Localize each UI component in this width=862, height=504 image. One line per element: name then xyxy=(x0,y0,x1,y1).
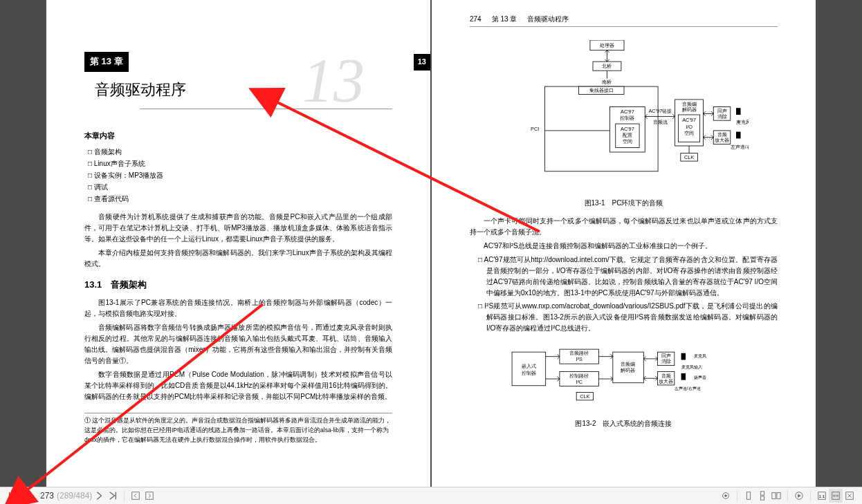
paragraph: 图13-1展示了PC兼容系统的音频连接情况。南桥上的音频控制器与外部编解码器（c… xyxy=(84,297,392,319)
first-page-button[interactable] xyxy=(6,489,19,503)
svg-text:解码器: 解码器 xyxy=(681,106,696,113)
sidebar-collapse-button[interactable] xyxy=(129,489,143,503)
svg-rect-78 xyxy=(132,492,140,500)
svg-text:音频路径: 音频路径 xyxy=(569,350,589,356)
page-number-input[interactable] xyxy=(33,491,54,501)
svg-text:麦克风输入: 麦克风输入 xyxy=(681,364,701,369)
toc-item: 查看源代码 xyxy=(88,193,392,205)
chapter-badge: 13 xyxy=(414,54,430,71)
svg-text:音频流: 音频流 xyxy=(652,119,667,125)
fit-width-button[interactable] xyxy=(829,489,843,503)
toc-heading: 本章内容 xyxy=(84,130,392,142)
actual-size-button[interactable]: 1:1 xyxy=(815,489,829,503)
svg-text:解码器: 解码器 xyxy=(621,367,635,373)
play-slideshow-button[interactable] xyxy=(792,489,806,503)
chapter-title: 音频驱动程序 xyxy=(95,77,186,102)
two-page-button[interactable] xyxy=(769,489,783,503)
toc-item: 音频架构 xyxy=(88,146,392,158)
svg-text:AC'97链接: AC'97链接 xyxy=(648,108,672,114)
svg-text:控制器: 控制器 xyxy=(521,369,535,375)
svg-rect-43 xyxy=(735,132,740,139)
svg-text:左声道/右声道: 左声道/右声道 xyxy=(674,386,700,391)
header-chapter: 第 13 章 xyxy=(492,14,517,25)
svg-text:I²C: I²C xyxy=(576,378,583,384)
svg-text:麦克风输入: 麦克风输入 xyxy=(735,120,748,125)
page-right: 274 第 13 章 音频驱动程序 处理器 北桥 南桥 集线器接口 xyxy=(432,0,816,487)
svg-rect-86 xyxy=(777,493,780,499)
svg-text:CLK: CLK xyxy=(684,154,693,160)
svg-text:麦克风: 麦克风 xyxy=(694,353,706,358)
read-mode-button[interactable] xyxy=(719,489,733,503)
paragraph: 音频编解码器将数字音频信号转换成扬声器播放所需的模拟声音信号，而通过麦克风录音时… xyxy=(84,322,392,366)
toc-item: 设备实例：MP3播放器 xyxy=(88,169,392,181)
svg-rect-79 xyxy=(146,492,154,500)
svg-text:I/O: I/O xyxy=(686,124,693,130)
svg-text:集线器接口: 集线器接口 xyxy=(589,87,613,93)
svg-point-81 xyxy=(724,494,727,497)
separator xyxy=(787,490,788,501)
paragraph: 数字音频数据是通过用PCM（Pulse Code Modulation，脉冲编码… xyxy=(84,369,392,402)
svg-text:嵌入式: 嵌入式 xyxy=(521,363,535,369)
svg-text:处理器: 处理器 xyxy=(599,42,614,48)
svg-text:消除: 消除 xyxy=(717,113,726,120)
svg-text:放大器: 放大器 xyxy=(715,137,729,143)
next-page-button[interactable] xyxy=(92,489,106,503)
list-item: I²S规范可从www.nxp.com/acrobat_download/vari… xyxy=(470,301,778,334)
toc-item: 调试 xyxy=(88,181,392,193)
bullet-list: AC'97规范可从http://download.intel.com/下载。它规… xyxy=(470,254,778,334)
svg-text:空间: 空间 xyxy=(684,130,694,136)
paragraph: 本章介绍内核是如何支持音频控制器和编解码器的。我们来学习Linux声音子系统的架… xyxy=(84,248,392,270)
page-left: 13 13 第 13 章 音频驱动程序 本章内容 音频架构 Linux声音子系统… xyxy=(46,0,430,487)
svg-text:PCI: PCI xyxy=(530,126,538,132)
svg-text:消除: 消除 xyxy=(661,358,670,364)
continuous-page-button[interactable] xyxy=(755,489,769,503)
diagram-2: 嵌入式 控制器 音频路径 I²S 控制路径 I²C 音频编 解码器 CLK xyxy=(506,341,742,411)
svg-text:控制路径: 控制路径 xyxy=(569,372,589,378)
toc-item: Linux声音子系统 xyxy=(88,158,392,169)
chapter-header: 13 第 13 章 音频驱动程序 xyxy=(84,52,392,109)
separator xyxy=(810,490,811,501)
list-item: AC'97规范可从http://download.intel.com/下载。它规… xyxy=(470,254,778,299)
section-heading: 13.1 音频架构 xyxy=(84,278,392,292)
svg-text:音频编: 音频编 xyxy=(621,360,635,366)
separator xyxy=(124,490,125,501)
header-title: 音频驱动程序 xyxy=(527,14,569,25)
svg-rect-75 xyxy=(681,373,685,380)
svg-rect-84 xyxy=(760,496,764,500)
svg-rect-85 xyxy=(772,493,776,499)
page-total-label: (289/484) xyxy=(57,491,92,501)
figure-caption-1: 图13-1 PC环境下的音频 xyxy=(470,198,778,209)
paragraph: 音频硬件为计算机系统提供了生成和捕获声音的功能。音频是PC和嵌入式产品里的一个组… xyxy=(84,212,392,245)
svg-text:控制器: 控制器 xyxy=(620,115,634,121)
svg-rect-40 xyxy=(735,108,740,115)
svg-text:配置: 配置 xyxy=(622,132,632,138)
svg-rect-83 xyxy=(760,492,764,495)
last-page-button[interactable] xyxy=(106,489,120,503)
svg-rect-7 xyxy=(544,86,658,171)
sidebar-expand-button[interactable] xyxy=(143,489,156,503)
svg-rect-82 xyxy=(746,492,750,500)
page-number: 274 xyxy=(470,14,482,25)
diagram-1: 处理器 北桥 南桥 集线器接口 AC'97 控制器 AC'97 配置 空间 xyxy=(499,40,749,191)
single-page-button[interactable] xyxy=(742,489,755,503)
svg-text:南桥: 南桥 xyxy=(602,79,612,85)
page-header: 274 第 13 章 音频驱动程序 xyxy=(470,14,778,27)
svg-text:AC'97: AC'97 xyxy=(682,117,696,123)
footnote: ① 这个混音器是从软件的角度定义的。声音混合或数据混合指编解码器将多路声音流混合… xyxy=(84,413,392,445)
svg-text:1:1: 1:1 xyxy=(819,494,825,498)
svg-text:扬声器: 扬声器 xyxy=(694,375,706,380)
bottom-toolbar: (289/484) 1:1 xyxy=(0,487,862,504)
svg-text:AC'97: AC'97 xyxy=(620,126,634,132)
svg-text:北桥: 北桥 xyxy=(602,63,612,69)
svg-rect-72 xyxy=(681,353,685,360)
prev-page-button[interactable] xyxy=(19,489,33,503)
paragraph: 一个声卡可能同时支持一个或多个编解码器，每个编解码器反过来也以单声道或立体声的方… xyxy=(470,216,778,238)
chapter-label: 第 13 章 xyxy=(84,52,129,72)
paragraph: AC'97和I²S总线是连接音频控制器和编解码器的工业标准接口的一个例子。 xyxy=(470,241,778,252)
svg-text:I²S: I²S xyxy=(576,356,582,362)
document-viewer: 13 13 第 13 章 音频驱动程序 本章内容 音频架构 Linux声音子系统… xyxy=(0,0,862,487)
svg-text:放大器: 放大器 xyxy=(659,377,673,384)
svg-text:空间: 空间 xyxy=(622,138,632,144)
toc-list: 音频架构 Linux声音子系统 设备实例：MP3播放器 调试 查看源代码 xyxy=(88,146,392,205)
fit-page-button[interactable] xyxy=(843,489,856,503)
